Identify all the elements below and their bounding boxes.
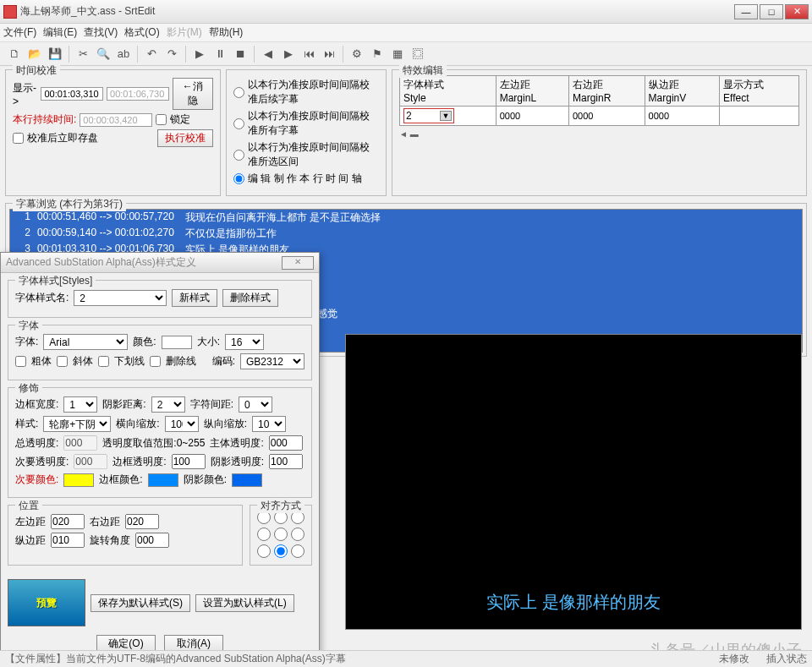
menu-help[interactable]: 帮助(H) [209,25,244,40]
char-spacing-select[interactable]: 0 [239,396,272,413]
replace-icon[interactable]: ab [114,45,133,63]
marginr-cell[interactable]: 0000 [568,107,645,126]
border-width-select[interactable]: 1 [63,396,97,413]
secondary-color-swatch[interactable] [63,473,94,487]
save-after-checkbox[interactable] [13,133,24,144]
status-left: 【文件属性】当前文件为UTF-8编码的Advanced SubStation A… [5,652,346,666]
pause-icon[interactable]: ⏸ [211,45,229,63]
list-item[interactable]: 100:00:51,460 --> 00:00:57,720我现在仍自问离开海上… [10,210,802,226]
undo-icon[interactable]: ↶ [142,45,161,63]
marginr-input[interactable] [125,514,159,529]
tool1-icon[interactable]: ⚙ [348,45,366,63]
video-preview: 实际上 是像那样的朋友 [345,334,802,630]
dialog-close-button[interactable]: ✕ [282,256,314,270]
menu-edit[interactable]: 编辑(E) [43,25,77,40]
alignment-grid[interactable] [257,511,304,558]
style-name-select[interactable]: 2 [74,290,167,306]
underline-checkbox[interactable] [98,356,109,367]
ffwd-icon[interactable]: ⏭ [320,45,338,63]
shadow-color-swatch[interactable] [232,473,262,487]
shadow-dist-select[interactable]: 2 [151,396,185,413]
menu-find[interactable]: 查找(V) [84,25,118,40]
rewind-icon[interactable]: ⏮ [299,45,318,63]
preview-subtitle: 实际上 是像那样的朋友 [346,591,801,614]
italic-checkbox[interactable] [57,356,68,367]
hide-time-field[interactable]: 00:01:06,730 [107,87,169,101]
sec-op-input [74,454,107,469]
window-title: 海上钢琴师_中文.ass - SrtEdit [20,4,155,19]
hscale-select[interactable]: 100 [165,416,199,432]
size-select[interactable]: 16 [225,334,264,350]
status-bar: 【文件属性】当前文件为UTF-8编码的Advanced SubStation A… [0,650,812,667]
app-icon [3,5,17,19]
new-icon[interactable]: 🗋 [5,45,24,63]
show-time-field[interactable]: 00:01:03,310 [41,87,103,101]
marginl-cell[interactable]: 0000 [496,107,568,126]
tool3-icon[interactable]: ▦ [388,45,407,63]
exec-calibrate-button[interactable]: 执行校准 [157,129,213,147]
effects-edit-group: 特效编辑 字体样式Style 左边距MarginL 右边距MarginR 纵边距… [392,69,807,196]
hide-button[interactable]: ←消隐 [173,78,213,110]
tool2-icon[interactable]: ⚑ [368,45,387,63]
border-color-swatch[interactable] [148,473,178,487]
primary-color-swatch[interactable] [162,336,192,349]
menu-file[interactable]: 文件(F) [3,25,36,40]
next-icon[interactable]: ▶ [279,45,298,63]
radio-mode3[interactable]: 以本行为准按原时间间隔校准所选区间 [233,140,379,169]
maximize-button[interactable]: □ [760,4,783,19]
main-op-input[interactable] [269,435,303,451]
styles-group: 字体样式[Styles] 字体样式名: 2 新样式 删除样式 [8,280,312,318]
status-insert: 插入状态 [766,652,807,666]
marginv-input[interactable] [51,533,85,548]
menu-format[interactable]: 格式(O) [124,25,159,40]
show-label: 显示-> [13,81,37,107]
font-select[interactable]: Arial [43,334,128,350]
marginv-cell[interactable]: 0000 [645,107,719,126]
encoding-select[interactable]: GB2312 [240,353,304,369]
cut-icon[interactable]: ✂ [74,45,92,63]
calibrate-mode-group: 以本行为准按原时间间隔校准后续字幕 以本行为准按原时间间隔校准所有字幕 以本行为… [226,69,387,196]
save-default-button[interactable]: 保存为默认样式(S) [91,594,190,612]
decoration-group: 修饰 边框宽度:1 阴影距离:2 字符间距:0 样式:轮廓+下阴影 横向缩放:1… [8,387,312,498]
effects-title: 特效编辑 [399,63,447,78]
style-definition-dialog: Advanced SubStation Alpha(Ass)样式定义 ✕ 字体样… [0,252,320,665]
timecal-title: 时间校准 [13,63,60,78]
save-icon[interactable]: 💾 [46,45,64,63]
effect-cell[interactable] [720,107,799,126]
del-style-button[interactable]: 删除样式 [222,289,278,307]
vscale-select[interactable]: 100 [252,416,286,432]
play-icon[interactable]: ▶ [190,45,209,63]
style-mode-select[interactable]: 轮廓+下阴影 [43,416,111,432]
menu-movie: 影片(M) [167,25,202,40]
sublist-title: 字幕浏览 (本行为第3行) [13,197,126,211]
preview-thumbnail: 預覽 [8,579,85,626]
shadow-op-input[interactable] [269,454,303,469]
new-style-button[interactable]: 新样式 [172,289,217,307]
style-dropdown[interactable]: 2▼ [403,108,454,123]
minimize-button[interactable]: ― [734,4,758,19]
list-item[interactable]: 200:00:59,140 --> 00:01:02,270不仅仅是指那份工作 [10,226,802,242]
duration-label: 本行持续时间: [13,112,76,127]
dialog-titlebar: Advanced SubStation Alpha(Ass)样式定义 ✕ [1,253,319,273]
marginl-input[interactable] [51,514,85,529]
set-default-button[interactable]: 设置为默认样式(L) [195,594,294,612]
radio-mode4[interactable]: 编 辑 制 作 本 行 时 间 轴 [233,172,379,186]
prev-icon[interactable]: ◀ [259,45,277,63]
tool4-icon[interactable]: ⿴ [409,45,427,63]
border-op-input[interactable] [172,454,206,469]
font-group: 字体 字体: Arial 颜色: 大小: 16 粗体 斜体 下划线 删除线 编码… [8,325,312,380]
radio-mode1[interactable]: 以本行为准按原时间间隔校准后续字幕 [233,78,379,107]
effects-table: 字体样式Style 左边距MarginL 右边距MarginR 纵边距Margi… [399,75,799,126]
rotation-input[interactable] [135,533,169,548]
stop-icon[interactable]: ⏹ [231,45,250,63]
open-icon[interactable]: 📂 [25,45,44,63]
toolbar: 🗋 📂 💾 ✂ 🔍 ab ↶ ↷ ▶ ⏸ ⏹ ◀ ▶ ⏮ ⏭ ⚙ ⚑ ▦ ⿴ [0,42,812,66]
bold-checkbox[interactable] [15,356,26,367]
lock-checkbox[interactable] [156,114,167,125]
position-group: 位置 左边距 右边距 纵边距 旋转角度 [8,505,243,566]
radio-mode2[interactable]: 以本行为准按原时间间隔校准所有字幕 [233,109,379,138]
strike-checkbox[interactable] [150,356,161,367]
close-button[interactable]: ✕ [785,4,809,19]
redo-icon[interactable]: ↷ [162,45,181,63]
find-icon[interactable]: 🔍 [94,45,112,63]
